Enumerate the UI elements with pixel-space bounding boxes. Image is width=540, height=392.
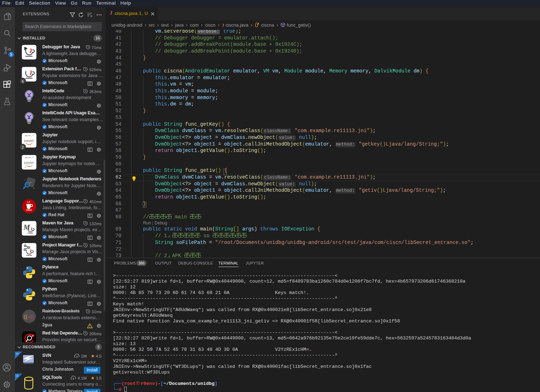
svg-text:jupyter: jupyter <box>24 160 34 164</box>
svg-text:M: M <box>23 223 31 232</box>
svg-text:jupyter: jupyter <box>24 138 34 142</box>
svg-text:SUBVERSION: SUBVERSION <box>24 363 33 364</box>
svg-text:((: (( <box>24 314 27 320</box>
svg-text:)): )) <box>31 314 34 320</box>
